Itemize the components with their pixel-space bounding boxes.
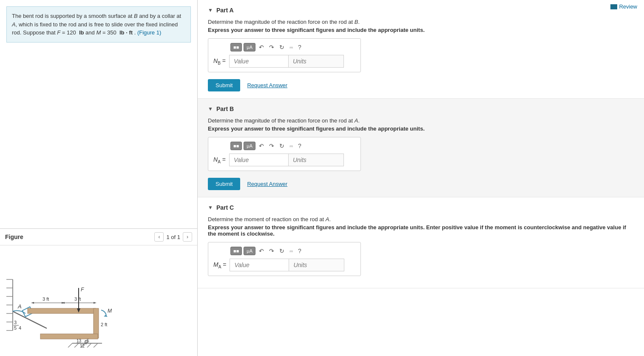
svg-marker-24 <box>104 315 108 317</box>
part-a-answer-box: ■■ μA ↶ ↷ ↻ ⎓ ? NB = <box>208 38 361 72</box>
part-b-header: ▼ Part B <box>208 105 634 112</box>
svg-text:3 ft: 3 ft <box>74 296 81 302</box>
review-label: Review <box>619 3 637 10</box>
part-a-collapse-arrow[interactable]: ▼ <box>208 7 213 13</box>
figure-section: Figure ‹ 1 of 1 › <box>0 228 197 356</box>
svg-text:13: 13 <box>77 339 82 343</box>
figure-nav: ‹ 1 of 1 › <box>154 232 192 242</box>
svg-marker-18 <box>94 302 96 304</box>
part-c-toolbar: ■■ μA ↶ ↷ ↻ ⎓ ? <box>213 247 355 255</box>
part-c-keyboard-button[interactable]: ⎓ <box>288 247 295 255</box>
matrix-icon: ■■ <box>233 45 239 50</box>
figure-page: 1 of 1 <box>166 234 180 240</box>
part-b-request-answer-button[interactable]: Request Answer <box>247 181 287 187</box>
right-panel: Review ▼ Part A Determine the magnitude … <box>198 0 644 356</box>
part-a-redo-button[interactable]: ↷ <box>267 43 276 51</box>
problem-statement: The bent rod is supported by a smooth su… <box>12 13 181 36</box>
part-c-mu-button[interactable]: μA <box>244 247 255 255</box>
part-c-title: Part C <box>216 204 234 211</box>
part-b-rotate-button[interactable]: ↻ <box>278 142 286 150</box>
part-b-title: Part B <box>216 105 234 112</box>
part-b-undo-button[interactable]: ↶ <box>257 142 266 150</box>
part-a-request-answer-button[interactable]: Request Answer <box>247 82 287 88</box>
bookmark-icon <box>610 4 617 9</box>
part-a-help-button[interactable]: ? <box>296 43 303 51</box>
part-a-mu-button[interactable]: μA <box>244 43 255 51</box>
part-c-matrix-button[interactable]: ■■ <box>230 247 242 255</box>
part-c-answer-box: ■■ μA ↶ ↷ ↻ ⎓ ? MA = <box>208 242 361 276</box>
part-b-submit-button[interactable]: Submit <box>208 178 240 190</box>
mu-icon: μA <box>247 45 252 50</box>
part-c-rotate-button[interactable]: ↻ <box>278 247 286 255</box>
part-b-answer-box: ■■ μA ↶ ↷ ↻ ⎓ ? NA = <box>208 137 361 171</box>
svg-text:5: 5 <box>14 325 17 330</box>
part-a-matrix-button[interactable]: ■■ <box>230 43 242 51</box>
part-b-collapse-arrow[interactable]: ▼ <box>208 106 213 112</box>
part-a-eq-label: NB = <box>213 57 226 66</box>
figure-prev-button[interactable]: ‹ <box>154 232 164 242</box>
part-b-help-button[interactable]: ? <box>296 142 303 150</box>
figure-header: Figure ‹ 1 of 1 › <box>0 229 197 245</box>
part-a-instruction: Express your answer to three significant… <box>208 27 634 33</box>
figure-next-button[interactable]: › <box>183 232 192 242</box>
svg-text:M: M <box>108 308 112 314</box>
part-a-keyboard-button[interactable]: ⎓ <box>288 43 295 51</box>
part-a-action-row: Submit Request Answer <box>208 79 634 91</box>
svg-line-8 <box>13 311 47 328</box>
part-b-description: Determine the magnitude of the reaction … <box>208 117 634 124</box>
part-c-header: ▼ Part C <box>208 204 634 211</box>
part-b-units-input[interactable] <box>289 154 344 166</box>
part-b-action-row: Submit Request Answer <box>208 178 634 190</box>
figure-title: Figure <box>5 234 23 240</box>
part-b-instruction: Express your answer to three significant… <box>208 125 634 132</box>
figure-svg: A 3 ft 3 ft F <box>0 245 179 347</box>
part-a-section: ▼ Part A Determine the magnitude of the … <box>198 0 644 99</box>
svg-marker-13 <box>31 302 34 304</box>
problem-text-box: The bent rod is supported by a smooth su… <box>6 6 191 43</box>
svg-text:5: 5 <box>87 339 89 343</box>
matrix-icon-b: ■■ <box>233 143 239 148</box>
svg-line-31 <box>74 343 79 347</box>
review-link[interactable]: Review <box>610 3 637 10</box>
part-a-value-input[interactable] <box>229 55 289 68</box>
part-a-title: Part A <box>216 7 234 14</box>
svg-rect-11 <box>28 308 96 313</box>
part-a-undo-button[interactable]: ↶ <box>257 43 266 51</box>
mu-icon-c: μA <box>247 248 252 253</box>
part-b-input-row: NA = <box>213 154 355 166</box>
part-c-undo-button[interactable]: ↶ <box>257 247 266 255</box>
svg-text:3: 3 <box>14 320 17 325</box>
mu-icon-b: μA <box>247 143 252 148</box>
svg-line-34 <box>94 343 98 347</box>
part-a-description: Determine the magnitude of the reaction … <box>208 19 634 25</box>
part-c-redo-button[interactable]: ↷ <box>267 247 276 255</box>
part-c-units-input[interactable] <box>289 259 344 271</box>
svg-text:3 ft: 3 ft <box>43 296 49 302</box>
part-c-input-row: MA = <box>213 259 355 271</box>
part-a-submit-button[interactable]: Submit <box>208 79 240 91</box>
svg-rect-26 <box>40 334 98 339</box>
part-c-section: ▼ Part C Determine the moment of reactio… <box>198 197 644 288</box>
part-c-collapse-arrow[interactable]: ▼ <box>208 205 213 211</box>
part-b-toolbar: ■■ μA ↶ ↷ ↻ ⎓ ? <box>213 142 355 150</box>
part-b-keyboard-button[interactable]: ⎓ <box>288 142 295 150</box>
part-a-units-input[interactable] <box>289 55 344 68</box>
part-c-value-input[interactable] <box>230 259 289 271</box>
part-c-eq-label: MA = <box>213 261 226 269</box>
part-c-description: Determine the moment of reaction on the … <box>208 216 634 222</box>
part-b-matrix-button[interactable]: ■■ <box>230 142 242 150</box>
figure-link[interactable]: (Figure 1) <box>137 29 161 36</box>
part-b-redo-button[interactable]: ↷ <box>267 142 276 150</box>
part-c-help-button[interactable]: ? <box>296 247 303 255</box>
part-a-rotate-button[interactable]: ↻ <box>278 43 286 51</box>
part-a-toolbar: ■■ μA ↶ ↷ ↻ ⎓ ? <box>213 43 355 51</box>
part-b-mu-button[interactable]: μA <box>244 142 255 150</box>
svg-text:2 ft: 2 ft <box>101 322 107 327</box>
matrix-icon-c: ■■ <box>233 248 239 253</box>
part-b-eq-label: NA = <box>213 156 226 164</box>
part-a-header: ▼ Part A <box>208 7 634 14</box>
part-b-value-input[interactable] <box>229 154 289 166</box>
svg-text:F: F <box>81 287 84 293</box>
figure-canvas: A 3 ft 3 ft F <box>0 245 197 356</box>
part-b-section: ▼ Part B Determine the magnitude of the … <box>198 99 644 197</box>
